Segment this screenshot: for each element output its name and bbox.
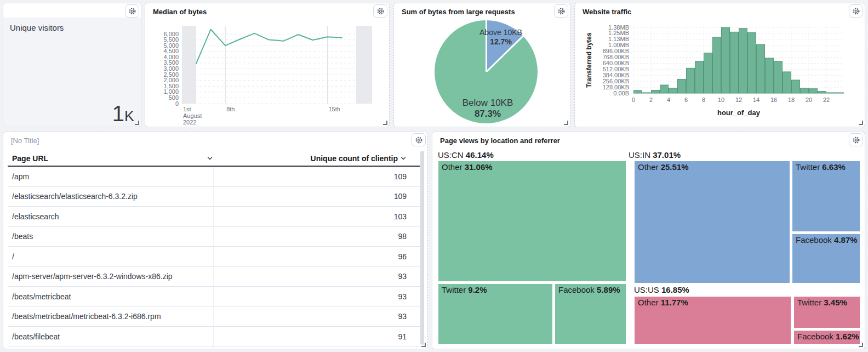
table-row: /apm-server/apm-server-6.3.2-linux-x86_6…: [8, 347, 420, 349]
panel-resize-handle[interactable]: [859, 343, 863, 347]
table-body: /apm109/elasticsearch/elasticsearch-6.3.…: [8, 167, 420, 348]
cell-unique-count[interactable]: 93: [213, 312, 420, 321]
chevron-down-icon[interactable]: [207, 155, 213, 162]
panel-resize-handle[interactable]: [383, 121, 387, 125]
bar-hour-14[interactable]: [757, 44, 765, 93]
panel-settings-button[interactable]: [373, 4, 387, 18]
cell-unique-count[interactable]: 103: [213, 212, 420, 221]
gear-icon: [852, 7, 860, 15]
cell-unique-count[interactable]: 91: [213, 332, 420, 341]
panel-resize-handle[interactable]: [135, 121, 139, 125]
bar-hour-13[interactable]: [748, 32, 756, 93]
treemap-tile-us-other[interactable]: Other 11.77%: [634, 296, 791, 344]
metric-value-suffix: K: [124, 109, 134, 124]
cell-page-url[interactable]: /beats/metricbeat/metricbeat-6.3.2-i686.…: [8, 312, 213, 321]
bar-hour-10[interactable]: [722, 27, 730, 93]
table-row: /beats/metricbeat/metricbeat-6.3.2-i686.…: [8, 307, 420, 327]
y-tick-label: 0.00B: [613, 90, 629, 96]
panel-header: [3, 3, 141, 18]
cell-unique-count[interactable]: 109: [213, 192, 420, 201]
x-tick-label: 1st: [183, 106, 191, 112]
bar-hour-5[interactable]: [678, 79, 686, 93]
treemap-tile-cn-twitter[interactable]: Twitter 9.2%: [438, 283, 553, 344]
cell-page-url[interactable]: /elasticsearch: [8, 212, 213, 221]
bar-hour-15[interactable]: [766, 58, 774, 93]
x-tick-label: 20: [806, 96, 812, 103]
bar-series: [634, 27, 844, 93]
table-header: Page URL Unique count of clientip: [8, 151, 420, 167]
bar-hour-20[interactable]: [809, 89, 818, 93]
x-tick-label: 0: [632, 96, 635, 103]
line-series[interactable]: [196, 30, 342, 64]
column-header-page-url[interactable]: Page URL: [8, 154, 213, 163]
cell-unique-count[interactable]: 96: [213, 252, 420, 261]
cell-page-url[interactable]: /apm: [8, 172, 213, 181]
treemap-tile-in-other[interactable]: Other 25.51%: [634, 161, 790, 283]
cell-unique-count[interactable]: 93: [213, 272, 420, 281]
bar-hour-22[interactable]: [827, 93, 835, 93]
cell-page-url[interactable]: /beats/filebeat: [8, 332, 213, 341]
bar-hour-12[interactable]: [739, 29, 747, 93]
table-scrollbar[interactable]: [420, 151, 424, 345]
bar-hour-17[interactable]: [783, 72, 791, 93]
table-row: /96: [8, 247, 420, 267]
table-row: /beats/metricbeat93: [8, 287, 420, 307]
x-tick-label: 18: [788, 96, 795, 103]
bar-hour-4[interactable]: [669, 88, 677, 93]
metric-value: 1K: [112, 103, 134, 124]
cell-unique-count[interactable]: 93: [213, 292, 420, 301]
metric-body: Unique visitors 1K: [3, 18, 141, 127]
panel-median-of-bytes: Median of bytes 6,0005,5005,0004,5004,00…: [145, 3, 390, 127]
bar-hour-18[interactable]: [792, 80, 800, 93]
bar-hour-1[interactable]: [643, 93, 651, 93]
panel-large-requests-pie: Sum of bytes from large requests Above 1…: [393, 3, 570, 127]
panel-settings-button[interactable]: [554, 4, 568, 18]
treemap: US:CN 46.14% US:IN 37.01% US:US 16.85% O…: [432, 132, 865, 349]
panel-title: Sum of bytes from large requests: [402, 8, 550, 16]
line-chart[interactable]: 6,0005,5005,0004,5004,0003,5003,0002,500…: [145, 3, 390, 127]
treemap-tile-cn-other[interactable]: Other 31.06%: [438, 161, 626, 282]
x-tick-label: August: [183, 112, 202, 119]
panel-resize-handle[interactable]: [564, 121, 568, 125]
cell-page-url[interactable]: /: [8, 252, 213, 261]
pie-slice-label-below-10kb: Below 10KB 87.3%: [452, 98, 523, 120]
bar-hour-7[interactable]: [695, 61, 704, 93]
bar-hour-9[interactable]: [713, 37, 721, 93]
treemap-tile-us-twitter[interactable]: Twitter 3.45%: [793, 296, 860, 328]
bar-hour-6[interactable]: [687, 68, 695, 93]
treemap-tile-in-twitter[interactable]: Twitter 6.63%: [792, 161, 860, 232]
bar-hour-3[interactable]: [660, 85, 669, 93]
x-tick-label: 4: [667, 96, 670, 103]
bar-hour-23[interactable]: [836, 93, 844, 93]
bar-hour-19[interactable]: [801, 88, 809, 93]
panel-settings-button[interactable]: [849, 4, 863, 18]
bar-hour-21[interactable]: [818, 92, 826, 93]
bar-hour-0[interactable]: [634, 90, 642, 93]
x-tick-label: 10: [718, 96, 724, 103]
gear-icon: [852, 136, 860, 144]
bar-hour-8[interactable]: [704, 53, 712, 93]
panel-resize-handle[interactable]: [421, 343, 426, 347]
x-tick-label: 14: [753, 96, 760, 103]
panel-website-traffic: Website traffic 1.38MB1.25MB1.13MB1.00MB…: [574, 3, 865, 127]
cell-page-url[interactable]: /apm-server/apm-server-6.3.2-windows-x86…: [8, 272, 213, 281]
cell-unique-count[interactable]: 98: [213, 232, 420, 241]
bar-hour-11[interactable]: [730, 32, 739, 93]
panel-settings-button[interactable]: [849, 133, 863, 146]
chevron-down-icon[interactable]: [400, 155, 407, 162]
bar-hour-16[interactable]: [774, 61, 783, 93]
panel-resize-handle[interactable]: [859, 121, 863, 125]
column-header-unique-count[interactable]: Unique count of clientip: [213, 154, 420, 163]
cell-page-url[interactable]: /beats: [8, 232, 213, 241]
y-tick-label: 0: [175, 100, 179, 107]
cell-page-url[interactable]: /beats/metricbeat: [8, 292, 213, 301]
cell-page-url[interactable]: /elasticsearch/elasticsearch-6.3.2.zip: [8, 192, 213, 201]
treemap-tile-in-facebook[interactable]: Facebook 4.87%: [792, 234, 860, 283]
panel-settings-button[interactable]: [412, 133, 426, 146]
treemap-tile-us-facebook[interactable]: Facebook 1.62%: [793, 330, 860, 344]
panel-settings-button[interactable]: [125, 4, 139, 18]
cell-unique-count[interactable]: 109: [213, 172, 420, 181]
bar-hour-2[interactable]: [652, 90, 660, 93]
x-tick-label: 15th: [328, 106, 340, 112]
treemap-tile-cn-facebook[interactable]: Facebook 5.89%: [555, 283, 626, 344]
